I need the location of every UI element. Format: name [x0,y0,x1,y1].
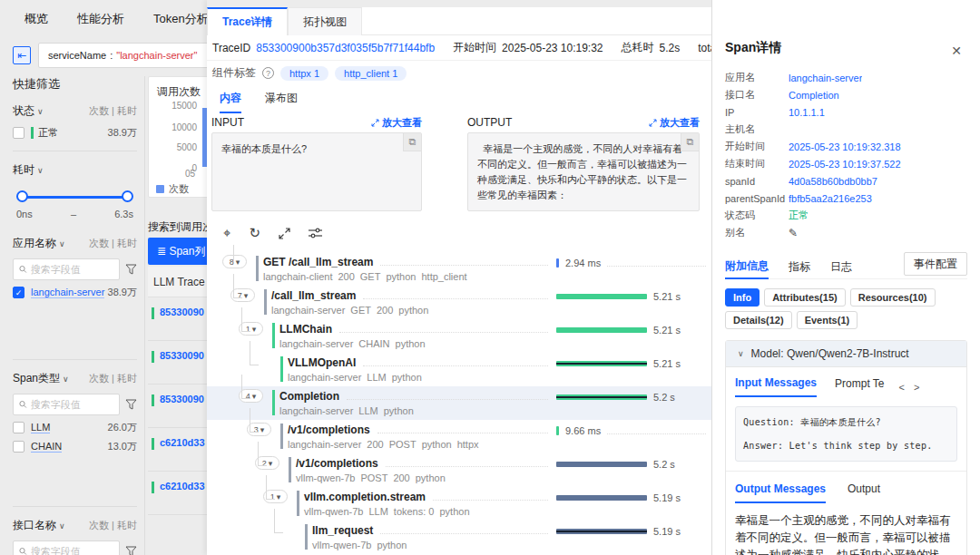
span-row-selected[interactable]: 4▾ Completion langchain-server LLM pytho… [207,386,711,420]
expand-diagonal-icon[interactable] [279,228,290,239]
filter-funnel-icon[interactable] [125,546,137,555]
duration-range-slider[interactable] [16,190,133,203]
app-name-search[interactable] [13,258,120,280]
tab-input-messages[interactable]: Input Messages [735,376,817,397]
checkbox-unchecked[interactable] [13,422,24,433]
copy-icon[interactable]: ⧉ [681,133,699,151]
language-badge: python [422,439,452,450]
span-row[interactable]: llm_request vllm-qwen-7b python 5.19 s [207,521,711,554]
tab-waterfall[interactable]: 瀑布图 [265,91,298,113]
filter-funnel-icon[interactable] [125,399,137,410]
chevron-down-icon: ∨ [738,349,744,358]
refresh-icon[interactable]: ↻ [249,225,260,241]
field-row: 接口名Completion [725,86,967,103]
span-type-badge: LLM [358,405,377,416]
tab-trace-detail[interactable]: Trace详情 [207,7,288,35]
count-duration-header: 次数 | 耗时 [89,104,137,118]
next-arrow-icon[interactable]: > [914,382,919,393]
expander-pill[interactable]: 4▾ [239,389,263,403]
output-zoom-link[interactable]: 放大查看 [649,116,700,130]
expander-pill[interactable]: 1▾ [239,322,263,336]
question-answer-box[interactable]: Question: 幸福的本质是什么? Answer: Let's think … [735,406,957,462]
chip-info[interactable]: Info [725,288,760,307]
collapse-filter-icon[interactable]: ⇤ [13,46,31,64]
tab-performance[interactable]: 性能分析 [77,11,124,27]
status-filter-normal[interactable]: 正常 38.9万 [13,126,137,140]
tab-overview[interactable]: 概览 [24,11,48,27]
event-config-button[interactable]: 事件配置 [904,252,967,276]
endpoint-search-input[interactable] [31,546,113,555]
span-row[interactable]: 2▾ /v1/completions vllm-qwen-7b POST 200… [207,453,711,487]
chip-events[interactable]: Events(1) [797,311,858,329]
tab-metrics[interactable]: 指标 [789,256,810,279]
slider-handle-min[interactable] [16,190,28,202]
span-row[interactable]: VLLMOpenAI langchain-server LLM python 5… [207,353,711,386]
expander-pill[interactable]: 1▾ [263,490,288,503]
filter-funnel-icon[interactable] [125,264,137,275]
component-badge: httpx [457,439,479,450]
output-text-box[interactable]: 幸福是一个主观的感觉，不同的人对幸福有着不同的定义。但一般而言，幸福可以被描述为… [467,132,700,211]
span-info-tabs: 附加信息 指标 日志 事件配置 [725,256,967,279]
app-name-search-input[interactable] [31,264,113,275]
chevron-down-icon: ∨ [37,166,44,175]
message-tabs: Input Messages Prompt Te <> [726,367,966,397]
status-section-header[interactable]: 状态∨ [13,103,44,119]
tab-topology-view[interactable]: 拓扑视图 [288,7,362,35]
expander-pill[interactable]: 8▾ [222,255,247,268]
close-icon[interactable]: ✕ [951,44,962,58]
tab-prompt-template[interactable]: Prompt Te [835,377,884,396]
language-badge: python [398,305,428,316]
input-zoom-link[interactable]: 放大查看 [371,116,422,130]
span-type-filter-llm[interactable]: LLM 26.0万 [13,421,137,434]
chip-details[interactable]: Details(12) [725,311,792,329]
tab-extra-info[interactable]: 附加信息 [725,256,769,279]
field-row: 应用名langchain-server [725,69,967,86]
span-type-filter-chain[interactable]: CHAIN 13.0万 [13,440,137,453]
span-row[interactable]: 8▾ GET /call_llm_stream langchain-client… [207,252,711,286]
status-color-bar [152,394,154,406]
trace-id-value[interactable]: 853300900b357d3f035f5b7f71f44bfb [256,42,435,54]
start-time-value: 2025-05-23 10:19:32 [502,42,603,54]
slider-track [22,196,128,199]
endpoint-search[interactable] [13,540,120,555]
copy-icon[interactable]: ⧉ [403,133,421,151]
query-key: serviceName [48,50,106,61]
help-icon[interactable]: ? [262,67,274,79]
chart-legend[interactable]: 次数 [156,182,189,196]
checkbox-unchecked[interactable] [13,441,24,453]
expander-pill[interactable]: 7▾ [230,288,255,302]
tab-output[interactable]: Output [848,482,880,503]
expander-pill[interactable]: 3▾ [247,423,271,436]
endpoint-section-header[interactable]: 接口名称∨ [13,518,65,533]
app-name-section-header[interactable]: 应用名称∨ [13,236,65,251]
edit-pencil-icon[interactable]: ✎ [789,227,798,239]
chip-resources[interactable]: Resources(10) [850,288,936,307]
span-row[interactable]: 7▾ /call_llm_stream langchain-server GET… [207,286,711,319]
input-title: INPUT [211,116,244,129]
tab-token-analysis[interactable]: Token分析 [153,11,209,27]
span-type-search[interactable] [13,394,120,415]
tab-content[interactable]: 内容 [220,91,241,113]
tag-httpx[interactable]: httpx 1 [280,66,328,81]
input-text-box[interactable]: 幸福的本质是什么? ⧉ [211,132,422,211]
checkbox-checked[interactable]: ✓ [13,287,24,298]
expander-pill[interactable]: 2▾ [255,456,279,470]
span-row[interactable]: 3▾ /v1/completions langchain-server 200 … [207,420,711,453]
model-collapse-header[interactable]: ∨ Model: Qwen/Qwen2-7B-Instruct [726,341,966,367]
locate-icon[interactable]: ⌖ [223,225,230,241]
span-type-search-input[interactable] [31,399,113,410]
prev-arrow-icon[interactable]: < [899,382,905,393]
span-row[interactable]: 1▾ LLMChain langchain-server CHAIN pytho… [207,319,711,353]
status-badge: 200 [393,472,409,483]
tab-logs[interactable]: 日志 [830,256,852,279]
tag-http-client[interactable]: http_client 1 [335,66,407,81]
slider-handle-max[interactable] [122,190,133,202]
span-type-section-header[interactable]: Span类型∨ [13,371,69,386]
chevron-down-icon: ∨ [37,107,44,116]
checkbox-unchecked[interactable] [13,127,24,139]
settings-sliders-icon[interactable] [309,228,322,239]
tab-output-messages[interactable]: Output Messages [735,482,826,503]
duration-section-header[interactable]: 耗时∨ [13,162,44,178]
app-filter-langchain-server[interactable]: ✓ langchain-server 38.9万 [13,286,137,299]
chip-attributes[interactable]: Attributes(15) [764,288,846,307]
